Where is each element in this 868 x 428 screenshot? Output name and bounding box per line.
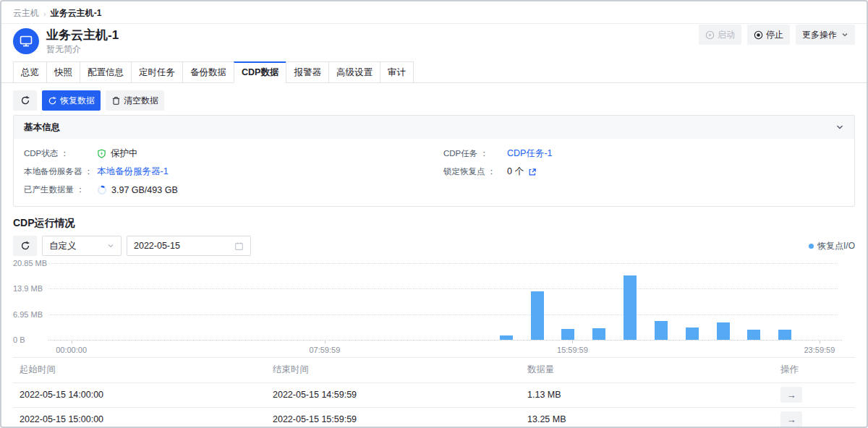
restore-data-button[interactable]: 恢复数据 (42, 90, 101, 111)
local-backup-server-link[interactable]: 本地备份服务器-1 (97, 166, 169, 178)
cdp-status-value: 保护中 (111, 147, 138, 160)
range-select[interactable]: 自定义 (42, 236, 122, 256)
stop-icon (754, 30, 763, 40)
bar-23:59:59 (778, 330, 791, 340)
x-axis-tick (72, 341, 72, 343)
x-axis-tick (572, 341, 573, 343)
page-header: 业务云主机-1 暂无简介 启动 停止 更多操作 (1, 24, 867, 54)
refresh-button[interactable] (13, 90, 37, 111)
restore-icon (48, 96, 57, 106)
table-row-0: 2022-05-15 14:00:002022-05-15 14:59:591.… (13, 382, 855, 407)
trash-icon (111, 96, 121, 106)
bar-18:59:59 (624, 275, 637, 340)
stop-button[interactable]: 停止 (747, 25, 790, 45)
y-tick-label: 13.9 MB (13, 284, 43, 293)
breadcrumb-current: 业务云主机-1 (51, 7, 102, 20)
tab-3[interactable]: 定时任务 (131, 61, 183, 83)
gridline (48, 314, 838, 315)
restore-data-label: 恢复数据 (60, 95, 95, 107)
row-detail-button[interactable]: → (780, 387, 802, 403)
chevron-down-icon (107, 242, 114, 249)
refresh-icon (20, 241, 30, 251)
locked-recovery-points-label: 锁定恢复点 ： (443, 166, 507, 177)
tab-7[interactable]: 高级设置 (328, 61, 380, 83)
cdp-bar-chart: 00:00:00 07:59:59 15:59:59 23:59:59 20.8… (13, 256, 855, 354)
legend-dot-icon (809, 244, 814, 249)
cell-size: 1.13 MB (521, 382, 774, 407)
cell-end: 2022-05-15 14:59:59 (266, 382, 521, 407)
shield-protected-icon (97, 149, 106, 158)
bar-17:59:59 (592, 328, 605, 340)
start-button[interactable]: 启动 (699, 25, 741, 45)
bar-19:59:59 (655, 321, 668, 340)
clear-data-button[interactable]: 清空数据 (106, 90, 164, 111)
page-frame: 云主机 › 业务云主机-1 业务云主机-1 暂无简介 启动 (0, 0, 868, 428)
tab-1[interactable]: 快照 (46, 61, 80, 83)
x-tick-label: 15:59:59 (557, 346, 588, 354)
monitor-icon (19, 34, 33, 48)
toolbar: 恢复数据 清空数据 (1, 90, 867, 111)
table-header-row: 起始时间 结束时间 数据量 操作 (13, 358, 855, 382)
header-actions: 启动 停止 更多操作 (699, 25, 855, 45)
cell-start: 2022-05-15 15:00:00 (13, 407, 266, 428)
more-actions-button[interactable]: 更多操作 (796, 25, 855, 45)
y-tick-label: 20.85 MB (13, 259, 47, 268)
col-actions: 操作 (774, 358, 855, 382)
local-backup-server-label: 本地备份服务器 ： (24, 166, 97, 177)
breadcrumb-root[interactable]: 云主机 (13, 7, 39, 20)
gridline (48, 263, 838, 264)
info-row-generated-data: 已产生数据量 ： 3.97 GB/493 GB (24, 181, 443, 199)
info-row-locked-recovery-points: 锁定恢复点 ： 0 个 (443, 163, 553, 181)
recovery-table: 起始时间 结束时间 数据量 操作 2022-05-15 14:00:002022… (13, 357, 855, 428)
cell-size: 13.25 MB (521, 407, 774, 428)
tab-5[interactable]: CDP数据 (234, 61, 286, 83)
chart-refresh-button[interactable] (13, 236, 37, 256)
basic-info-title: 基本信息 (24, 121, 60, 134)
bar-20:59:59 (686, 328, 699, 340)
x-axis-tick (820, 341, 820, 343)
play-icon (705, 30, 715, 40)
breadcrumb-separator: › (43, 9, 46, 18)
x-axis-tick (325, 341, 326, 343)
page-subtitle: 暂无简介 (46, 44, 119, 54)
external-link-icon[interactable] (528, 168, 537, 176)
tab-4[interactable]: 备份数据 (182, 61, 234, 83)
cell-end: 2022-05-15 15:59:59 (266, 407, 521, 428)
chevron-down-icon (841, 31, 848, 38)
tab-6[interactable]: 报警器 (286, 61, 329, 83)
cdp-status-label: CDP状态 ： (24, 148, 97, 159)
date-picker[interactable]: 2022-05-15 (127, 236, 251, 256)
tab-8[interactable]: 审计 (380, 61, 414, 83)
bar-21:59:59 (717, 322, 730, 340)
legend-label: 恢复点I/O (817, 240, 855, 252)
page-title: 业务云主机-1 (46, 28, 119, 43)
bar-15:59:59 (531, 291, 544, 340)
refresh-icon (20, 95, 30, 106)
range-select-value: 自定义 (49, 240, 77, 252)
generated-data-label: 已产生数据量 ： (24, 184, 97, 195)
tab-2[interactable]: 配置信息 (80, 61, 132, 83)
generated-data-value: 3.97 GB/493 GB (111, 185, 178, 195)
cdp-task-link[interactable]: CDP任务-1 (507, 147, 553, 160)
row-detail-button[interactable]: → (780, 411, 802, 427)
x-tick-label: 07:59:59 (309, 346, 340, 354)
basic-info-header[interactable]: 基本信息 (14, 116, 854, 139)
start-label: 启动 (718, 29, 735, 41)
gridline (48, 288, 838, 289)
bar-14:59:59 (500, 335, 513, 340)
info-row-local-backup-server: 本地备份服务器 ： 本地备份服务器-1 (24, 163, 443, 181)
y-tick-label: 6.95 MB (13, 310, 43, 319)
bar-22:59:59 (747, 330, 760, 340)
col-end-time: 结束时间 (266, 358, 521, 382)
basic-info-panel: 基本信息 CDP状态 ： 保护中 本地备份服务 (13, 115, 855, 207)
clear-data-label: 清空数据 (124, 95, 158, 107)
chart-legend[interactable]: 恢复点I/O (809, 240, 855, 252)
stop-label: 停止 (766, 29, 783, 41)
usage-donut-icon (97, 185, 107, 195)
date-picker-value: 2022-05-15 (134, 241, 180, 251)
x-axis-line (48, 340, 842, 341)
table-row-1: 2022-05-15 15:00:002022-05-15 15:59:5913… (13, 407, 855, 428)
tab-0[interactable]: 总览 (13, 61, 47, 83)
collapse-chevron-icon[interactable] (835, 123, 844, 132)
info-row-cdp-task: CDP任务 ： CDP任务-1 (443, 145, 553, 163)
